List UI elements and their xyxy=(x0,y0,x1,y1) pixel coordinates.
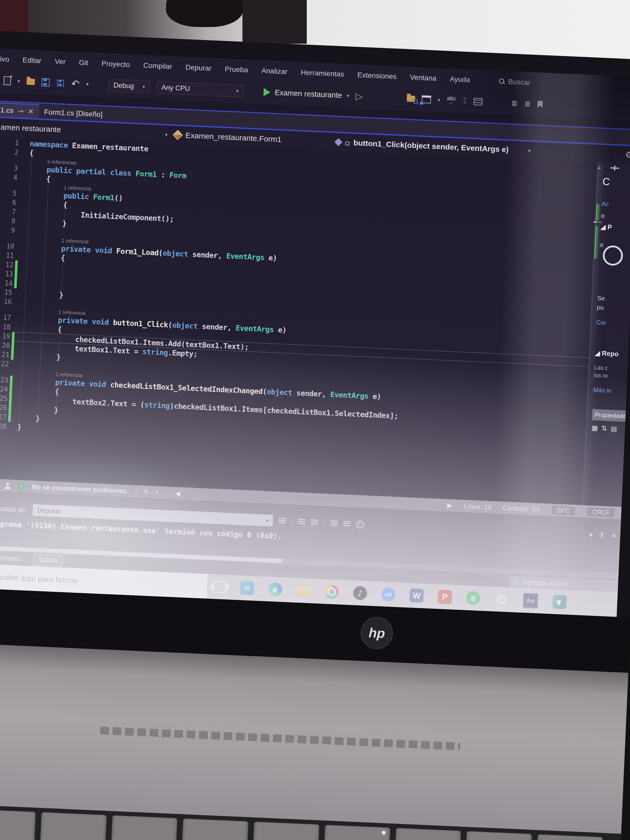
space-mode-toggle[interactable]: SPC xyxy=(551,505,576,516)
right-panel-text[interactable]: Ac xyxy=(602,200,630,209)
menu-item-analizar[interactable]: Analizar xyxy=(261,67,287,76)
mail-icon: ✉ xyxy=(240,581,254,595)
undo-icon[interactable]: ↶ xyxy=(71,79,80,88)
right-panel-text: ◢ P xyxy=(600,223,630,232)
menu-item-depurar[interactable]: Depurar xyxy=(185,63,212,72)
new-file-icon[interactable] xyxy=(3,76,11,85)
search-icon xyxy=(412,98,419,104)
clear-output-icon[interactable] xyxy=(330,520,338,526)
spotify-icon[interactable]: ≋ xyxy=(466,591,480,605)
live-share-icon[interactable] xyxy=(4,482,11,489)
menu-item-proyecto[interactable]: Proyecto xyxy=(101,60,130,69)
menu-item-ver[interactable]: Ver xyxy=(55,57,66,66)
code-token: ( xyxy=(158,248,163,257)
properties-tool-icon[interactable]: ⇅ xyxy=(602,425,607,433)
menu-search[interactable]: Buscar xyxy=(499,77,531,87)
timestamp-icon[interactable] xyxy=(356,521,364,529)
zoom-icon[interactable]: zm xyxy=(381,587,396,602)
home-icon xyxy=(420,102,423,105)
scroll-left-icon[interactable]: ◀ xyxy=(175,489,180,497)
chrome-icon[interactable] xyxy=(325,585,339,599)
outline-list-icon-2[interactable]: ≣ xyxy=(524,100,531,108)
background-monitor xyxy=(242,0,307,44)
eol-mode-toggle[interactable]: CRLF xyxy=(586,507,615,518)
settings-icon[interactable]: ⚙ xyxy=(494,592,508,606)
screen-bezel: ivoEditarVerGitProyectoCompilarDepurarPr… xyxy=(0,30,630,617)
goto-message-icon[interactable] xyxy=(278,518,286,524)
properties-tool-icon[interactable]: ▦ xyxy=(591,424,598,432)
properties-tool-icon[interactable]: ▤ xyxy=(610,425,617,433)
new-file-dropdown-icon[interactable]: ▾ xyxy=(17,78,20,84)
menu-item-compilar[interactable]: Compilar xyxy=(143,61,172,71)
keyboard-key xyxy=(40,812,107,840)
chevron-down-icon[interactable]: ▾ xyxy=(589,531,593,539)
menu-item-ayuda[interactable]: Ayuda xyxy=(450,75,470,84)
menu-item-herramientas[interactable]: Herramientas xyxy=(301,68,344,78)
edge-icon[interactable]: e xyxy=(268,582,282,597)
menu-item-editar[interactable]: Editar xyxy=(22,56,42,65)
right-panel-text[interactable]: Más in xyxy=(593,386,627,395)
config-label: Debug xyxy=(113,81,134,90)
tab-error-list[interactable]: ta de errores xyxy=(0,552,26,564)
previous-message-icon[interactable] xyxy=(298,519,305,525)
pin-panel-icon[interactable]: ⊼ xyxy=(599,531,605,539)
keyboard-key xyxy=(465,831,532,840)
problems-status[interactable]: No se encontraron problemas. xyxy=(32,483,129,495)
media-app-icon[interactable] xyxy=(552,595,567,609)
selection-icon[interactable]: ⌶ xyxy=(463,96,467,105)
file-explorer-icon[interactable] xyxy=(296,584,311,597)
code-token xyxy=(85,379,89,388)
tab-label: 1.cs xyxy=(0,106,14,115)
split-editor-icon[interactable] xyxy=(610,167,619,169)
menu-item-ivo[interactable]: ivo xyxy=(0,55,9,63)
navigate-window-icon[interactable] xyxy=(422,95,431,103)
spell-check-icon[interactable]: abc✓ xyxy=(447,95,456,106)
tab-output[interactable]: Salida xyxy=(33,554,63,567)
close-icon[interactable]: ✕ xyxy=(28,107,34,116)
run-target-label: Examen restaurante xyxy=(275,88,342,100)
menu-item-git[interactable]: Git xyxy=(79,58,88,67)
pen-icon[interactable]: ✎ xyxy=(143,488,149,496)
tiktok-icon[interactable]: ♪ xyxy=(353,586,367,600)
chevron-down-icon[interactable]: ▾ xyxy=(156,489,158,495)
pin-icon[interactable]: ⊸ xyxy=(17,107,24,115)
close-panel-icon[interactable]: ✕ xyxy=(611,532,617,540)
solution-config-dropdown[interactable]: Debug ▾ xyxy=(108,79,150,93)
scroll-right-icon[interactable]: ▶ xyxy=(447,501,452,509)
code-token: private xyxy=(55,378,85,388)
start-debug-button[interactable]: Examen restaurante ▾ xyxy=(263,88,349,100)
outline-list-icon[interactable]: ≣ xyxy=(511,99,518,107)
tab-form1cs-design[interactable]: Form1.cs [Diseño] xyxy=(39,105,108,122)
powerpoint-icon[interactable]: P xyxy=(438,590,452,604)
next-message-icon[interactable] xyxy=(311,519,318,526)
open-folder-icon[interactable] xyxy=(27,79,35,85)
tab-form1cs[interactable]: 1.cs ⊸ ✕ xyxy=(0,103,39,118)
chevron-down-icon[interactable]: ▾ xyxy=(438,97,441,103)
find-in-files-icon[interactable] xyxy=(407,95,415,102)
undo-dropdown-icon[interactable]: ▾ xyxy=(86,81,89,87)
bookmark-icon[interactable] xyxy=(537,101,543,108)
platform-dropdown[interactable]: Any CPU ▾ xyxy=(156,81,244,97)
mail-icon[interactable]: ✉ xyxy=(240,581,254,595)
screen: ivoEditarVerGitProyectoCompilarDepurarPr… xyxy=(0,48,630,617)
navbar-type-dropdown[interactable]: Examen_restaurante.Form1 xyxy=(174,131,282,144)
word-icon[interactable]: W xyxy=(409,588,424,603)
tiktok-icon: ♪ xyxy=(353,586,367,600)
code-editor[interactable]: 1namespace Examen_restaurante2{3 referen… xyxy=(0,136,630,507)
code-text xyxy=(17,274,24,275)
word-wrap-icon[interactable] xyxy=(343,521,351,527)
after-effects-icon[interactable]: Ae xyxy=(523,593,538,609)
menu-item-prueba[interactable]: Prueba xyxy=(225,65,248,74)
gear-icon[interactable]: ⚙ xyxy=(625,150,630,160)
save-all-icon[interactable] xyxy=(57,79,64,87)
comment-icon[interactable] xyxy=(474,98,483,105)
menu-item-ventana[interactable]: Ventana xyxy=(410,73,436,83)
right-panel-text[interactable]: Cor xyxy=(596,319,630,327)
task-view-icon[interactable] xyxy=(213,581,226,593)
gutter-icon-zone xyxy=(0,167,2,167)
laptop-deck xyxy=(0,643,628,840)
menu-item-extensiones[interactable]: Extensiones xyxy=(357,71,397,81)
start-without-debug-icon[interactable]: ▷ xyxy=(355,91,363,102)
navbar-project-dropdown[interactable]: amen restaurante xyxy=(0,123,166,139)
save-icon[interactable] xyxy=(41,78,50,87)
